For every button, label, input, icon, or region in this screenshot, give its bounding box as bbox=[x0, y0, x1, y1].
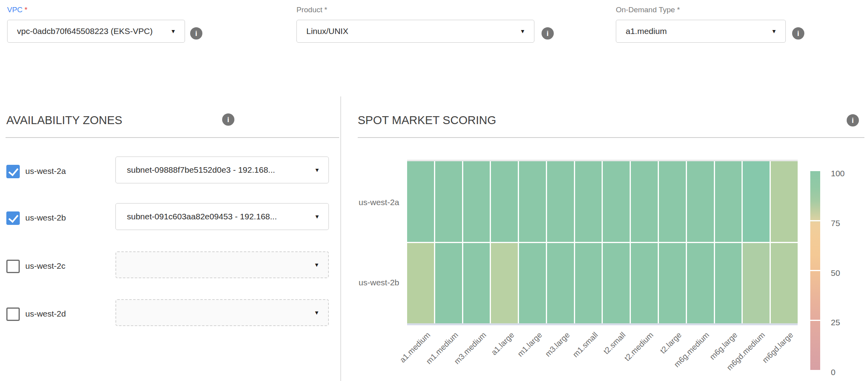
colorbar-tick-label: 0 bbox=[831, 368, 836, 377]
heatmap-row-label: us-west-2b bbox=[332, 278, 399, 287]
product-label-text: Product bbox=[296, 6, 322, 14]
heatmap-cell[interactable] bbox=[575, 243, 602, 324]
info-glyph: i bbox=[547, 29, 549, 38]
heatmap-cell[interactable] bbox=[603, 161, 630, 242]
zone-label-us-west-2d: us-west-2d bbox=[25, 309, 66, 319]
checkbox-us-west-2c[interactable] bbox=[6, 260, 20, 273]
heatmap-cell[interactable] bbox=[631, 161, 658, 242]
availability-zones-title: AVAILABILITY ZONES bbox=[6, 114, 122, 127]
heatmap-cell[interactable] bbox=[491, 161, 518, 242]
on-demand-type-info-icon[interactable]: i bbox=[792, 27, 804, 40]
heatmap-column-label: t2.large bbox=[658, 330, 683, 355]
heatmap-column-label: m3.large bbox=[543, 330, 572, 358]
product-select-value: Linux/UNIX bbox=[306, 26, 348, 36]
heatmap-column-label: m1.small bbox=[571, 330, 600, 359]
spot-score-heatmap bbox=[407, 161, 798, 323]
checkmark-icon bbox=[8, 212, 19, 223]
colorbar-tick-label: 50 bbox=[831, 268, 840, 278]
on-demand-type-required-mark: * bbox=[677, 6, 680, 14]
vpc-info-icon[interactable]: i bbox=[190, 27, 202, 40]
chevron-down-icon: ▼ bbox=[314, 214, 320, 219]
vpc-select-value: vpc-0adcb70f645508223 (EKS-VPC) bbox=[17, 26, 153, 36]
info-glyph: i bbox=[852, 116, 854, 125]
heatmap-cell[interactable] bbox=[659, 243, 686, 324]
on-demand-type-select[interactable]: a1.medium ▼ bbox=[616, 20, 786, 43]
product-info-icon[interactable]: i bbox=[542, 27, 554, 40]
heatmap-cell[interactable] bbox=[463, 243, 490, 324]
zone-label-us-west-2c: us-west-2c bbox=[25, 261, 66, 271]
colorbar-separator bbox=[810, 270, 820, 271]
subnet-select-us-west-2b[interactable]: subnet-091c603aa82e09453 - 192.168...▼ bbox=[115, 203, 329, 230]
product-select[interactable]: Linux/UNIX ▼ bbox=[296, 20, 534, 43]
heatmap-cell[interactable] bbox=[771, 243, 798, 324]
subnet-select-us-west-2a[interactable]: subnet-09888f7be5152d0e3 - 192.168...▼ bbox=[115, 157, 329, 183]
heatmap-cell[interactable] bbox=[575, 161, 602, 242]
chevron-down-icon: ▼ bbox=[170, 28, 176, 34]
heatmap-cell[interactable] bbox=[435, 161, 462, 242]
heatmap-cell[interactable] bbox=[547, 161, 574, 242]
checkbox-us-west-2b[interactable] bbox=[6, 211, 20, 225]
availability-zones-info-icon[interactable]: i bbox=[222, 113, 234, 126]
heatmap-cell[interactable] bbox=[743, 243, 770, 324]
colorbar-tick-label: 25 bbox=[831, 318, 840, 327]
info-glyph: i bbox=[797, 29, 799, 38]
checkbox-us-west-2a[interactable] bbox=[6, 165, 20, 178]
colorbar-separator bbox=[810, 320, 820, 321]
chevron-down-icon: ▼ bbox=[520, 28, 525, 34]
heatmap-column-label: t2.medium bbox=[623, 330, 655, 363]
panel-divider bbox=[340, 96, 341, 381]
chevron-down-icon: ▼ bbox=[314, 262, 319, 268]
heatmap-cell[interactable] bbox=[407, 243, 434, 324]
heatmap-cell[interactable] bbox=[687, 243, 714, 324]
subnet-select-us-west-2d[interactable]: ▼ bbox=[115, 299, 329, 326]
heatmap-cell[interactable] bbox=[435, 243, 462, 324]
zone-label-us-west-2b: us-west-2b bbox=[25, 213, 66, 223]
heatmap-cell[interactable] bbox=[491, 243, 518, 324]
product-required-mark: * bbox=[324, 6, 327, 14]
vpc-required-mark: * bbox=[25, 6, 27, 14]
heatmap-cell[interactable] bbox=[631, 243, 658, 324]
on-demand-type-label: On-Demand Type* bbox=[616, 6, 680, 14]
subnet-select-value: subnet-091c603aa82e09453 - 192.168... bbox=[127, 212, 277, 221]
vpc-label: VPC* bbox=[7, 6, 27, 14]
product-label: Product* bbox=[296, 6, 327, 14]
subnet-select-value: subnet-09888f7be5152d0e3 - 192.168... bbox=[127, 165, 275, 175]
heatmap-cell[interactable] bbox=[603, 243, 630, 324]
spot-market-scoring-info-icon[interactable]: i bbox=[847, 114, 859, 126]
heatmap-cell[interactable] bbox=[463, 161, 490, 242]
zone-label-us-west-2a: us-west-2a bbox=[25, 166, 66, 176]
heatmap-cell[interactable] bbox=[771, 161, 798, 242]
heatmap-cell[interactable] bbox=[659, 161, 686, 242]
chevron-down-icon: ▼ bbox=[314, 167, 320, 173]
heatmap-column-label: a1.large bbox=[489, 330, 516, 357]
page: VPC* vpc-0adcb70f645508223 (EKS-VPC) ▼ i… bbox=[0, 0, 868, 381]
on-demand-type-label-text: On-Demand Type bbox=[616, 6, 675, 14]
heatmap-axis-line bbox=[407, 323, 798, 325]
heatmap-cell[interactable] bbox=[519, 243, 546, 324]
info-glyph: i bbox=[195, 29, 197, 38]
colorbar-tick-label: 100 bbox=[831, 169, 845, 178]
heatmap-column-label: m1.large bbox=[516, 330, 544, 358]
colorbar-tick-label: 75 bbox=[831, 219, 840, 228]
heatmap-cell[interactable] bbox=[687, 161, 714, 242]
heatmap-column-label: t2.small bbox=[602, 330, 628, 356]
checkmark-icon bbox=[8, 166, 19, 176]
checkbox-us-west-2d[interactable] bbox=[6, 307, 20, 321]
colorbar-separator bbox=[810, 220, 820, 221]
heatmap-row-label: us-west-2a bbox=[332, 198, 399, 207]
chevron-down-icon: ▼ bbox=[314, 310, 319, 315]
heatmap-cell[interactable] bbox=[407, 161, 434, 242]
availability-zones-divider bbox=[6, 137, 339, 138]
heatmap-cell[interactable] bbox=[715, 161, 742, 242]
vpc-label-text: VPC bbox=[7, 6, 23, 14]
heatmap-cell[interactable] bbox=[715, 243, 742, 324]
chevron-down-icon: ▼ bbox=[771, 28, 777, 34]
heatmap-cell[interactable] bbox=[743, 161, 770, 242]
subnet-select-us-west-2c[interactable]: ▼ bbox=[115, 251, 329, 278]
info-glyph: i bbox=[227, 115, 229, 124]
spot-market-scoring-divider bbox=[358, 137, 864, 138]
vpc-select[interactable]: vpc-0adcb70f645508223 (EKS-VPC) ▼ bbox=[7, 20, 185, 43]
heatmap-cell[interactable] bbox=[519, 161, 546, 242]
on-demand-type-select-value: a1.medium bbox=[626, 26, 667, 36]
heatmap-cell[interactable] bbox=[547, 243, 574, 324]
